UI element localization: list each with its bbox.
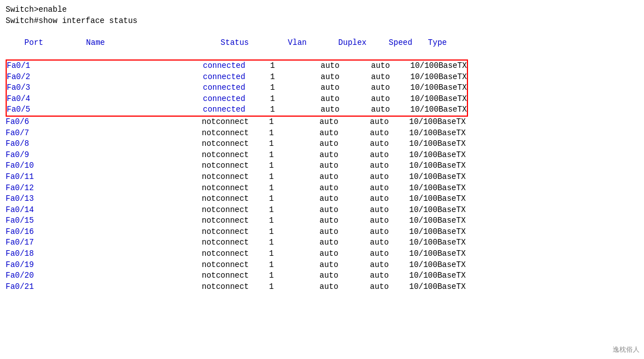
table-row: Fa0/9notconnect1autoauto10/100BaseTX <box>6 150 638 161</box>
table-row-highlighted: Fa0/1connected1autoauto10/100BaseTX <box>7 61 467 72</box>
header-duplex: Duplex <box>339 38 389 49</box>
table-row: Fa0/19notconnect1autoauto10/100BaseTX <box>6 260 638 271</box>
table-row: Fa0/20notconnect1autoauto10/100BaseTX <box>6 270 638 282</box>
table-row-highlighted: Fa0/4connected1autoauto10/100BaseTX <box>7 94 467 105</box>
watermark: 逸枕俗人 <box>613 345 640 355</box>
header-speed: Speed <box>389 38 428 49</box>
header-type: Type <box>428 38 447 47</box>
command-show: Switch#show interface status <box>6 16 638 27</box>
table-row: Fa0/6notconnect1autoauto10/100BaseTX <box>6 117 638 128</box>
header-name: Name <box>86 38 221 49</box>
command-enable: Switch>enable <box>6 4 638 16</box>
table-row: Fa0/7notconnect1autoauto10/100BaseTX <box>6 128 638 139</box>
table-row: Fa0/15notconnect1autoauto10/100BaseTX <box>6 215 638 227</box>
header-status: Status <box>221 38 288 49</box>
table-row: Fa0/11notconnect1autoauto10/100BaseTX <box>6 172 638 183</box>
table-row: Fa0/16notconnect1autoauto10/100BaseTX <box>6 227 638 238</box>
table-row-highlighted: Fa0/3connected1autoauto10/100BaseTX <box>7 82 467 94</box>
table-row-highlighted: Fa0/2connected1autoauto10/100BaseTX <box>7 72 467 83</box>
table-row-highlighted: Fa0/5connected1autoauto10/100BaseTX <box>7 104 467 116</box>
table-row: Fa0/8notconnect1autoauto10/100BaseTX <box>6 139 638 150</box>
table-row: Fa0/12notconnect1autoauto10/100BaseTX <box>6 183 638 194</box>
table-row: Fa0/14notconnect1autoauto10/100BaseTX <box>6 205 638 216</box>
terminal: Switch>enable Switch#show interface stat… <box>0 0 644 359</box>
table-header: PortNameStatusVlanDuplexSpeedType <box>6 26 638 59</box>
table-row: Fa0/13notconnect1autoauto10/100BaseTX <box>6 194 638 205</box>
header-port: Port <box>25 38 86 49</box>
table-row: Fa0/17notconnect1autoauto10/100BaseTX <box>6 237 638 248</box>
table-row: Fa0/18notconnect1autoauto10/100BaseTX <box>6 248 638 260</box>
table-row: Fa0/10notconnect1autoauto10/100BaseTX <box>6 160 638 172</box>
table-row: Fa0/21notconnect1autoauto10/100BaseTX <box>6 282 638 293</box>
highlighted-rows-block: Fa0/1connected1autoauto10/100BaseTX Fa0/… <box>6 59 468 117</box>
header-vlan: Vlan <box>288 38 339 49</box>
